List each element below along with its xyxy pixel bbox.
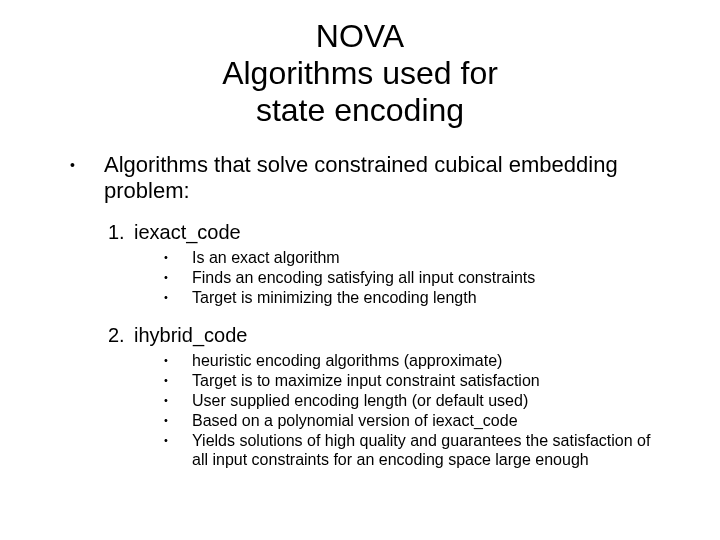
list-item: • Target is minimizing the encoding leng… xyxy=(164,288,680,307)
point-text: Target is minimizing the encoding length xyxy=(192,288,680,307)
point-text: Target is to maximize input constraint s… xyxy=(192,371,680,390)
section-2-label: ihybrid_code xyxy=(134,324,247,347)
list-item: • User supplied encoding length (or defa… xyxy=(164,391,680,410)
bullet-icon: • xyxy=(164,391,192,410)
point-text: Finds an encoding satisfying all input c… xyxy=(192,268,680,287)
list-item: • Target is to maximize input constraint… xyxy=(164,371,680,390)
bullet-icon: • xyxy=(164,248,192,267)
bullet-icon: • xyxy=(164,431,192,450)
bullet-icon: • xyxy=(164,288,192,307)
list-item: • heuristic encoding algorithms (approxi… xyxy=(164,351,680,370)
intro-text: Algorithms that solve constrained cubica… xyxy=(104,152,680,203)
section-1-header: 1. iexact_code xyxy=(108,221,680,244)
slide-title: NOVA Algorithms used for state encoding xyxy=(40,18,680,128)
point-text: heuristic encoding algorithms (approxima… xyxy=(192,351,680,370)
list-item: • Based on a polynomial version of iexac… xyxy=(164,411,680,430)
list-item: • Is an exact algorithm xyxy=(164,248,680,267)
point-text: Based on a polynomial version of iexact_… xyxy=(192,411,680,430)
bullet-icon: • xyxy=(164,268,192,287)
intro-bullet: • Algorithms that solve constrained cubi… xyxy=(70,152,680,203)
section-1-label: iexact_code xyxy=(134,221,241,244)
list-item: • Yields solutions of high quality and g… xyxy=(164,431,680,469)
section-2-header: 2. ihybrid_code xyxy=(108,324,680,347)
title-line-3: state encoding xyxy=(256,92,464,128)
bullet-icon: • xyxy=(164,371,192,390)
point-text: Yields solutions of high quality and gua… xyxy=(192,431,680,469)
section-2-points: • heuristic encoding algorithms (approxi… xyxy=(164,351,680,470)
section-2-number: 2. xyxy=(108,324,134,347)
section-1: 1. iexact_code xyxy=(108,221,680,244)
section-1-points: • Is an exact algorithm • Finds an encod… xyxy=(164,248,680,308)
slide: NOVA Algorithms used for state encoding … xyxy=(0,0,720,540)
point-text: User supplied encoding length (or defaul… xyxy=(192,391,680,410)
bullet-icon: • xyxy=(164,411,192,430)
list-item: • Finds an encoding satisfying all input… xyxy=(164,268,680,287)
section-1-number: 1. xyxy=(108,221,134,244)
point-text: Is an exact algorithm xyxy=(192,248,680,267)
title-line-2: Algorithms used for xyxy=(222,55,498,91)
bullet-icon: • xyxy=(164,351,192,370)
bullet-icon: • xyxy=(70,152,104,178)
title-line-1: NOVA xyxy=(316,18,404,54)
section-2: 2. ihybrid_code xyxy=(108,324,680,347)
